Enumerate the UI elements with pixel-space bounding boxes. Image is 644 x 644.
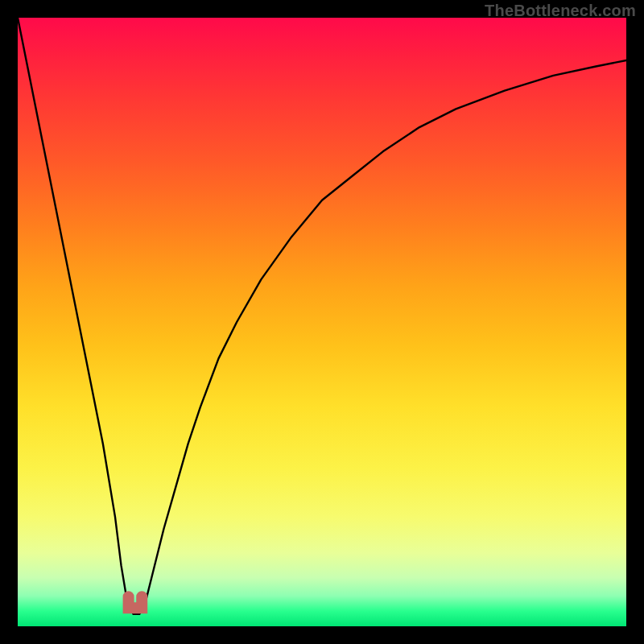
chart-frame: TheBottleneck.com	[0, 0, 644, 644]
attribution-watermark: TheBottleneck.com	[485, 2, 636, 20]
bottleneck-curve	[18, 18, 626, 626]
plot-area	[18, 18, 626, 626]
